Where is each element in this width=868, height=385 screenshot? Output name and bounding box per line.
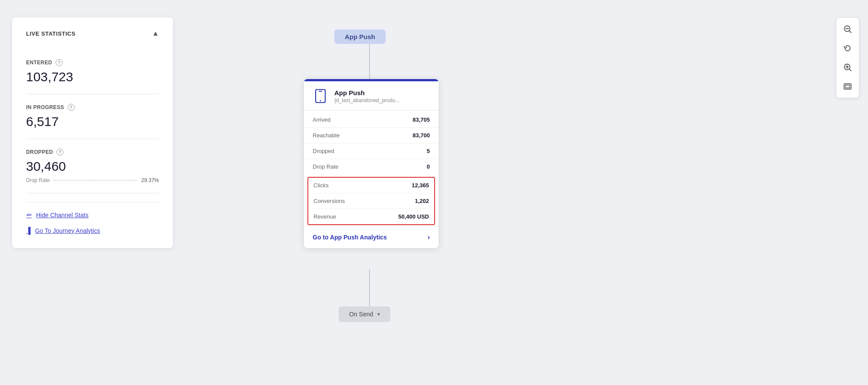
on-send-button[interactable]: On Send ▾ — [339, 306, 390, 322]
canvas-area: LIVE STATISTICS ▲ ENTERED ? 103,723 IN P… — [0, 0, 868, 385]
arrived-label: Arrived — [313, 116, 330, 123]
revenue-label: Revenue — [314, 213, 336, 220]
dropped-value: 5 — [427, 148, 430, 154]
flow-canvas: App Push App Push {d_last_abandoned_prod… — [0, 0, 868, 385]
stat-row-dropped: Dropped 5 — [304, 143, 439, 159]
revenue-value: 50,400 USD — [398, 213, 429, 220]
stat-row-arrived: Arrived 83,705 — [304, 112, 439, 128]
go-to-analytics-label: Go to App Push Analytics — [313, 234, 387, 241]
node-card-header: App Push {d_last_abandoned_produ... — [304, 81, 439, 110]
clicks-label: Clicks — [314, 182, 329, 189]
node-title: App Push — [334, 89, 399, 96]
clicks-value: 12,365 — [412, 182, 429, 189]
go-to-analytics-footer[interactable]: Go to App Push Analytics › — [304, 226, 439, 248]
app-push-badge: App Push — [334, 30, 386, 44]
on-send-dropdown-arrow: ▾ — [377, 311, 380, 317]
node-subtitle: {d_last_abandoned_produ... — [334, 97, 399, 103]
stat-row-revenue: Revenue 50,400 USD — [308, 209, 434, 224]
arrived-value: 83,705 — [413, 116, 430, 123]
stat-row-drop-rate: Drop Rate 0 — [304, 159, 439, 174]
drop-rate-label: Drop Rate — [313, 163, 338, 170]
node-card: App Push {d_last_abandoned_produ... Arri… — [304, 79, 439, 248]
on-send-label: On Send — [349, 311, 373, 318]
node-stats-highlighted: Clicks 12,365 Conversions 1,202 Revenue … — [307, 177, 435, 225]
node-stats-basic: Arrived 83,705 Reachable 83,700 Dropped … — [304, 110, 439, 176]
stat-row-clicks: Clicks 12,365 — [308, 178, 434, 193]
conversions-label: Conversions — [314, 198, 345, 204]
node-info: App Push {d_last_abandoned_produ... — [334, 89, 399, 103]
connector-line-bottom — [369, 269, 370, 306]
svg-point-11 — [320, 100, 321, 102]
drop-rate-value: 0 — [427, 163, 430, 170]
conversions-value: 1,202 — [415, 198, 429, 204]
stat-row-reachable: Reachable 83,700 — [304, 128, 439, 143]
footer-arrow-icon: › — [428, 233, 430, 241]
stat-row-conversions: Conversions 1,202 — [308, 193, 434, 209]
reachable-label: Reachable — [313, 132, 340, 139]
phone-icon — [313, 88, 328, 104]
dropped-label: Dropped — [313, 148, 334, 154]
reachable-value: 83,700 — [413, 132, 430, 139]
